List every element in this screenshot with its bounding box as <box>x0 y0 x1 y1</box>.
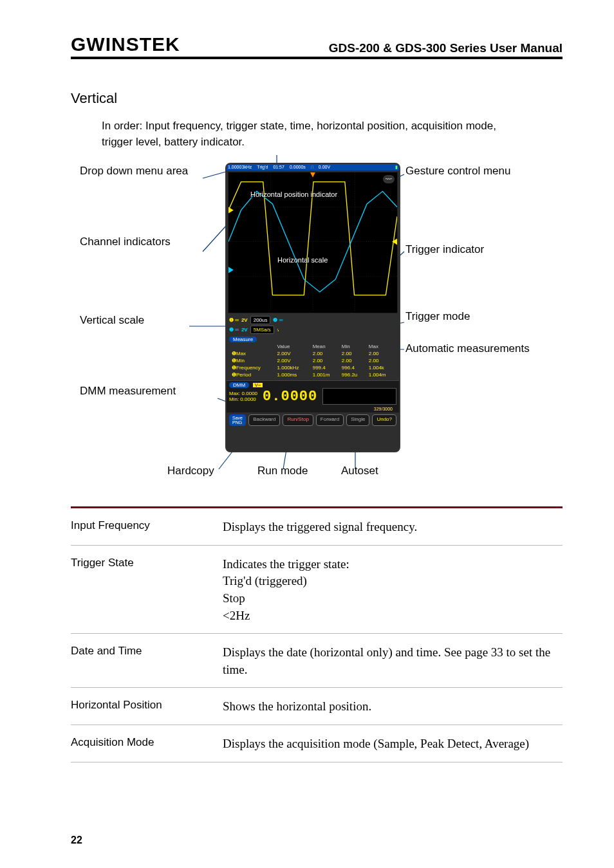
ss-time: 01:57 <box>273 165 284 170</box>
ch2-badge: ❷ ═ <box>229 327 239 333</box>
label-hardcopy: Hardcopy <box>167 464 214 478</box>
def-row-date-time: Date and Time Displays the date (horizon… <box>71 634 563 688</box>
ss-rate: 5MSa/s <box>250 326 274 334</box>
annotated-diagram: Drop down menu area Channel indicators V… <box>71 155 563 496</box>
definitions-table: Input Frequency Displays the triggered s… <box>71 506 563 762</box>
dmm-count: 329/3000 <box>374 407 393 411</box>
undo-button[interactable]: Undo? <box>372 414 396 426</box>
single-button[interactable]: Single <box>346 414 369 426</box>
trigmode-icon: ⭏ <box>277 327 279 333</box>
battery-icon: ▮ <box>395 165 398 170</box>
ss-state: Trig'd <box>257 165 268 170</box>
def-term: Date and Time <box>71 644 216 678</box>
dmm-mode-icon: V⎓ <box>253 383 263 387</box>
dmm-value: 0.0000 <box>263 389 317 405</box>
svg-marker-20 <box>228 267 234 273</box>
ss-midbar2: ❷ ═ 2V 5MSa/s ⭏ <box>227 324 399 335</box>
label-vscale: Vertical scale <box>80 313 144 328</box>
forward-button[interactable]: Forward <box>316 414 344 426</box>
dmm-minigraph <box>322 388 396 405</box>
label-gesture: Gesture control menu <box>405 164 510 178</box>
ss-freq: 1.00003kHz <box>228 165 252 170</box>
ss-tdiv: 200us <box>250 316 271 324</box>
overlay-hpos: Horizontal position indicator <box>250 190 337 198</box>
device-screenshot: 1.00003kHz Trig'd 01:57 0.0000s ⎍ 0.00V … <box>225 163 400 452</box>
label-trigmode: Trigger mode <box>405 309 470 324</box>
section-heading: Vertical <box>71 90 563 107</box>
def-row-horizontal-position: Horizontal Position Shows the horizontal… <box>71 688 563 725</box>
def-desc: Displays the date (horizontal only) and … <box>223 644 563 678</box>
waveform-area: 〰 Horizontal position indicator Horizont… <box>228 172 398 313</box>
ss-measurements: Measure ValueMeanMinMax ❶Max2.00V2.002.0… <box>227 335 399 380</box>
ch2-edge: ❷ ═ <box>273 317 283 323</box>
def-term: Acquisition Mode <box>71 735 216 753</box>
def-term: Input Frequency <box>71 519 216 536</box>
def-term: Horizontal Position <box>71 698 216 716</box>
label-channel: Channel indicators <box>80 235 171 249</box>
brand-logo: GWINSTEK <box>71 33 180 55</box>
runstop-button[interactable]: Run/Stop <box>283 414 313 426</box>
def-row-acquisition-mode: Acquisition Mode Displays the acquisitio… <box>71 725 563 762</box>
def-desc: Shows the horizontal position. <box>223 698 563 716</box>
dmm-max: Max: 0.0000 <box>229 391 257 396</box>
svg-marker-18 <box>310 172 315 178</box>
ch1-volt: 2V <box>241 317 248 323</box>
ss-level: 0.00V <box>319 165 330 170</box>
ch2-volt: 2V <box>241 327 248 333</box>
save-button[interactable]: Save PNG <box>229 414 246 426</box>
svg-marker-19 <box>228 207 234 214</box>
gesture-icon: 〰 <box>383 175 395 183</box>
ss-button-row: Save PNG Backward Run/Stop Forward Singl… <box>227 412 399 428</box>
ss-acq-icon: ⎍ <box>311 165 313 170</box>
label-dmm: DMM measurement <box>80 384 176 398</box>
dmm-pill: DMM <box>229 382 249 388</box>
measure-pill: Measure <box>229 337 257 342</box>
backward-button[interactable]: Backward <box>248 414 280 426</box>
def-desc: Indicates the trigger state: Trig'd (tri… <box>223 556 563 624</box>
label-automeas: Automatic measurements <box>405 342 530 356</box>
page-number: 22 <box>71 835 82 846</box>
label-runmode: Run mode <box>257 464 308 478</box>
label-trigind: Trigger indicator <box>405 243 484 257</box>
intro-text: In order: Input frequency, trigger state… <box>102 118 498 150</box>
def-desc: Displays the acquisition mode (Sample, P… <box>223 735 563 753</box>
page-header: GWINSTEK GDS-200 & GDS-300 Series User M… <box>71 33 563 59</box>
def-desc: Displays the triggered signal frequency. <box>223 519 563 536</box>
def-row-input-frequency: Input Frequency Displays the triggered s… <box>71 508 563 546</box>
ch1-badge: ❶ ═ <box>229 317 239 323</box>
ss-dmm: DMM V⎓ Max: 0.0000 Min: 0.0000 0.0000 32… <box>227 380 399 412</box>
overlay-hscale: Horizontal scale <box>277 256 328 264</box>
def-term: Trigger State <box>71 556 216 624</box>
label-dropdown: Drop down menu area <box>80 164 188 178</box>
def-row-trigger-state: Trigger State Indicates the trigger stat… <box>71 546 563 634</box>
manual-title: GDS-200 & GDS-300 Series User Manual <box>329 41 563 55</box>
dmm-min: Min: 0.0000 <box>229 396 257 402</box>
label-autoset: Autoset <box>341 464 378 478</box>
ss-topbar: 1.00003kHz Trig'd 01:57 0.0000s ⎍ 0.00V … <box>227 164 399 171</box>
ss-hpos: 0.0000s <box>290 165 306 170</box>
